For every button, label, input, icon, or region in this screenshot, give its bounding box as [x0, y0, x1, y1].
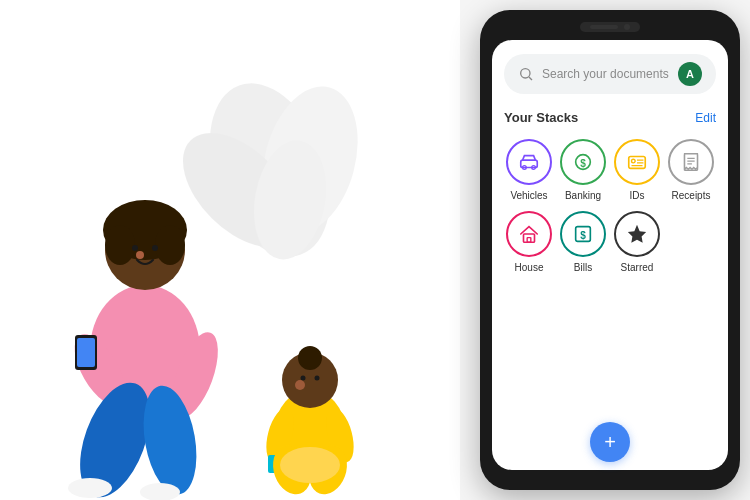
stack-bills-label: Bills	[574, 262, 592, 273]
stack-house-icon-circle	[506, 211, 552, 257]
stack-vehicles-icon-circle	[506, 139, 552, 185]
stack-starred-label: Starred	[621, 262, 654, 273]
stacks-title: Your Stacks	[504, 110, 578, 125]
fab-container: +	[590, 422, 630, 462]
receipt-icon	[680, 151, 702, 173]
svg-text:$: $	[580, 230, 586, 241]
scene-illustration	[0, 40, 450, 500]
svg-point-33	[521, 69, 530, 78]
stack-house[interactable]: House	[504, 211, 554, 273]
stack-ids-icon-circle	[614, 139, 660, 185]
stack-bills[interactable]: $ Bills	[558, 211, 608, 273]
svg-text:$: $	[580, 158, 586, 169]
svg-rect-53	[527, 238, 531, 243]
stacks-row-bottom: House $ Bills	[504, 211, 716, 273]
svg-point-25	[295, 380, 305, 390]
illustration-area	[0, 0, 460, 500]
camera-dot	[624, 24, 630, 30]
svg-point-8	[155, 225, 185, 265]
stack-starred-icon-circle	[614, 211, 660, 257]
house-icon	[518, 223, 540, 245]
svg-point-10	[132, 245, 138, 251]
stack-receipts[interactable]: Receipts	[666, 139, 716, 201]
stack-ids[interactable]: IDs	[612, 139, 662, 201]
svg-point-24	[315, 376, 320, 381]
id-card-icon	[626, 151, 648, 173]
svg-line-34	[529, 77, 532, 80]
svg-point-11	[152, 245, 158, 251]
stack-vehicles[interactable]: Vehicles	[504, 139, 554, 201]
phone-body: Search your documents A Your Stacks Edit	[480, 10, 740, 490]
car-icon	[518, 151, 540, 173]
search-icon	[518, 66, 534, 82]
svg-point-16	[68, 478, 112, 498]
svg-rect-19	[77, 338, 95, 367]
dollar-icon: $	[572, 151, 594, 173]
svg-point-9	[136, 251, 144, 259]
stacks-row-top: Vehicles $ Banking	[504, 139, 716, 201]
svg-point-23	[301, 376, 306, 381]
phone-screen: Search your documents A Your Stacks Edit	[492, 40, 728, 470]
phone-camera	[580, 22, 640, 32]
stacks-header: Your Stacks Edit	[504, 110, 716, 125]
stack-bills-icon-circle: $	[560, 211, 606, 257]
search-bar[interactable]: Search your documents A	[504, 54, 716, 94]
stack-receipts-icon-circle	[668, 139, 714, 185]
search-placeholder: Search your documents	[542, 67, 670, 81]
bill-icon: $	[572, 223, 594, 245]
speaker	[590, 25, 618, 29]
stack-starred[interactable]: Starred	[612, 211, 662, 273]
svg-point-22	[298, 346, 322, 370]
stack-vehicles-label: Vehicles	[510, 190, 547, 201]
stack-empty	[666, 211, 716, 273]
svg-point-7	[105, 225, 135, 265]
add-fab-button[interactable]: +	[590, 422, 630, 462]
star-icon	[626, 223, 648, 245]
phone-mockup: Search your documents A Your Stacks Edit	[480, 10, 740, 490]
svg-point-32	[280, 447, 340, 483]
stack-house-label: House	[515, 262, 544, 273]
stack-banking-label: Banking	[565, 190, 601, 201]
stack-banking-icon-circle: $	[560, 139, 606, 185]
svg-point-41	[632, 159, 636, 163]
user-avatar[interactable]: A	[678, 62, 702, 86]
stack-banking[interactable]: $ Banking	[558, 139, 608, 201]
stack-ids-label: IDs	[630, 190, 645, 201]
edit-button[interactable]: Edit	[695, 111, 716, 125]
stack-receipts-label: Receipts	[672, 190, 711, 201]
